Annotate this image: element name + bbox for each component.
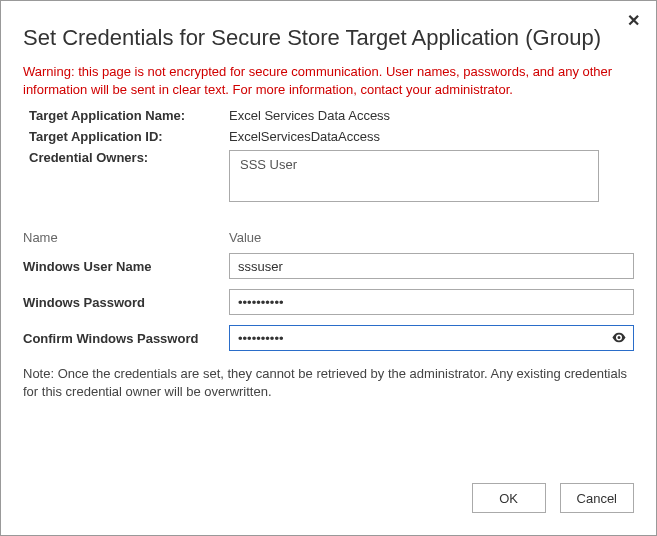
note-text: Note: Once the credentials are set, they…: [23, 365, 634, 400]
confirm-password-input[interactable]: [229, 325, 634, 351]
target-app-id-row: Target Application ID: ExcelServicesData…: [29, 129, 634, 144]
column-headers: Name Value: [23, 230, 634, 245]
warning-text: Warning: this page is not encrypted for …: [23, 63, 634, 98]
button-row: OK Cancel: [472, 483, 634, 513]
username-label: Windows User Name: [23, 259, 229, 274]
target-app-name-value: Excel Services Data Access: [229, 108, 390, 123]
credentials-dialog: ✕ Set Credentials for Secure Store Targe…: [0, 0, 657, 536]
column-header-name: Name: [23, 230, 229, 245]
target-app-id-value: ExcelServicesDataAccess: [229, 129, 380, 144]
confirm-password-label: Confirm Windows Password: [23, 331, 229, 346]
ok-button[interactable]: OK: [472, 483, 546, 513]
credential-owners-label: Credential Owners:: [29, 150, 229, 165]
username-input[interactable]: [229, 253, 634, 279]
credential-owners-row: Credential Owners: SSS User: [29, 150, 634, 202]
password-label: Windows Password: [23, 295, 229, 310]
cancel-button[interactable]: Cancel: [560, 483, 634, 513]
column-header-value: Value: [229, 230, 634, 245]
info-block: Target Application Name: Excel Services …: [29, 108, 634, 202]
password-row: Windows Password: [23, 289, 634, 315]
credential-owners-value: SSS User: [240, 157, 297, 172]
username-row: Windows User Name: [23, 253, 634, 279]
dialog-title: Set Credentials for Secure Store Target …: [23, 25, 634, 51]
confirm-password-row: Confirm Windows Password: [23, 325, 634, 351]
reveal-password-icon[interactable]: [612, 331, 626, 346]
target-app-name-label: Target Application Name:: [29, 108, 229, 123]
credential-owners-box[interactable]: SSS User: [229, 150, 599, 202]
close-icon[interactable]: ✕: [627, 13, 640, 29]
password-input[interactable]: [229, 289, 634, 315]
target-app-name-row: Target Application Name: Excel Services …: [29, 108, 634, 123]
target-app-id-label: Target Application ID:: [29, 129, 229, 144]
